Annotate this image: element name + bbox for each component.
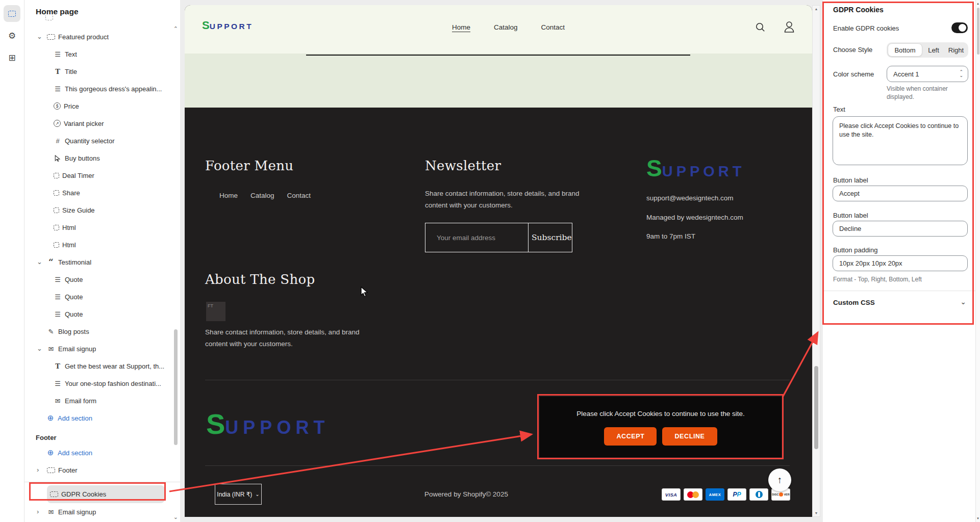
style-option-bottom[interactable]: Bottom: [888, 43, 922, 57]
decline-label-input[interactable]: [833, 221, 968, 237]
custom-css-label: Custom CSS: [833, 299, 875, 306]
footer-link-catalog: Catalog: [250, 192, 274, 199]
tree-item-label: Email signup: [58, 508, 96, 516]
store-band: [185, 54, 812, 108]
sidebar-scroll-up-icon[interactable]: ⌃: [173, 25, 178, 32]
tree-item-label: Text: [65, 50, 77, 58]
accept-label-input[interactable]: [833, 186, 968, 201]
store-header: SUPPORT HomeCatalogContact: [185, 5, 812, 54]
paypal-payment-icon: PP: [727, 488, 746, 501]
chevron-down-icon[interactable]: ⌄: [37, 259, 47, 265]
padding-format-help: Format - Top, Right, Bottom, Left: [833, 275, 922, 283]
button-padding-input[interactable]: [833, 255, 968, 271]
tree-item-quote[interactable]: ☰Quote: [24, 288, 175, 305]
sidebar-scrollbar-thumb[interactable]: [174, 329, 178, 445]
tree-item-gdpr-cookies[interactable]: GDPR Cookies: [47, 485, 165, 503]
account-icon[interactable]: [783, 20, 795, 34]
color-scheme-select[interactable]: Accent 1 ⌃⌄: [887, 66, 968, 82]
tree-item-deal-timer[interactable]: Deal Timer: [24, 167, 175, 184]
scroll-up-arrow-icon[interactable]: ▲: [976, 2, 980, 5]
chevron-down-icon[interactable]: ⌄: [37, 34, 47, 39]
title-icon: T: [54, 68, 62, 75]
footer-menu-heading: Footer Menu: [205, 158, 293, 173]
footer-divider: [205, 380, 790, 380]
tree-item-email-form[interactable]: ✉Email form: [24, 392, 175, 409]
sidebar-scroll-down-icon[interactable]: ⌄: [173, 514, 178, 520]
tree-item-label: Add section: [58, 414, 92, 422]
tree-item-label: Html: [62, 224, 76, 231]
chevron-right-icon[interactable]: ›: [37, 509, 47, 514]
diners-payment-icon: [749, 488, 768, 501]
tree-item-blog-posts[interactable]: ✎Blog posts: [24, 323, 175, 340]
tree-item-quote[interactable]: ☰Quote: [24, 271, 175, 288]
chevron-down-icon[interactable]: ⌄: [960, 298, 966, 306]
nav-link-contact[interactable]: Contact: [541, 23, 565, 31]
apps-icon: ⊞: [8, 54, 15, 62]
section-icon: [47, 34, 55, 40]
tree-item-email-signup[interactable]: ⌄✉Email signup: [24, 340, 175, 357]
tree-item-size-guide[interactable]: Size Guide: [24, 201, 175, 219]
scroll-to-top-button[interactable]: ↑: [768, 468, 791, 491]
page-scrollbar-thumb[interactable]: [977, 8, 979, 55]
tree-item-html[interactable]: Html: [24, 219, 175, 236]
tree-item-email-signup[interactable]: ›✉Email signup: [24, 503, 180, 520]
visa-payment-icon: VISA: [662, 488, 681, 501]
page-scrollbar[interactable]: ▲ ▼: [975, 0, 980, 522]
rail-apps-button[interactable]: ⊞: [4, 49, 20, 66]
color-scheme-label: Color scheme: [833, 70, 874, 78]
style-option-right[interactable]: Right: [945, 43, 967, 57]
stepper-icon: ⌃⌄: [959, 70, 963, 77]
style-option-left[interactable]: Left: [922, 43, 945, 57]
tree-item-variant-picker[interactable]: ↗Variant picker: [24, 115, 175, 132]
tree-item-price[interactable]: $Price: [24, 97, 175, 115]
tree-item-featured-product[interactable]: ⌄Featured product: [24, 28, 175, 45]
preview-scrollbar-thumb[interactable]: [814, 366, 818, 449]
nav-link-home[interactable]: Home: [452, 23, 470, 31]
tree-item-html[interactable]: Html: [24, 236, 175, 253]
email-input[interactable]: [425, 223, 528, 252]
rail-sections-button[interactable]: [4, 5, 20, 22]
scroll-down-arrow-icon[interactable]: ▼: [976, 517, 980, 520]
add-icon: ⊕: [46, 413, 55, 423]
add-section-button[interactable]: ⊕Add section: [24, 444, 180, 461]
tree-item-title[interactable]: TTitle: [24, 63, 175, 80]
sidebar-divider: [24, 482, 180, 482]
enable-gdpr-toggle[interactable]: [951, 22, 968, 33]
text-icon: ☰: [54, 85, 62, 93]
tree-item-your-one-stop-fashion-destinati[interactable]: ☰Your one-stop fashion destinati...: [24, 375, 175, 392]
tree-item-share[interactable]: Share: [24, 184, 175, 201]
tree-item-this-gorgeous-dress-s-appealin[interactable]: ☰This gorgeous dress's appealin...: [24, 80, 175, 97]
tree-item-buy-buttons[interactable]: Buy buttons: [24, 149, 175, 167]
country-selector[interactable]: India (INR ₹)⌄: [215, 484, 262, 505]
tree-item-footer[interactable]: ›Footer: [24, 461, 180, 479]
tree-item-quantity-selector[interactable]: #Quantity selector: [24, 132, 175, 149]
nav-link-catalog[interactable]: Catalog: [494, 23, 518, 31]
app-block-icon: [54, 242, 59, 248]
sections-sidebar: Home page ⌄Featured product☰TextTTitle☰T…: [24, 0, 180, 522]
banner-text-input[interactable]: Please click Accept Cookies to continue …: [833, 116, 968, 165]
tree-item-get-the-best-wear-at-support-th[interactable]: TGet the best wear at Support, th...: [24, 357, 175, 375]
tree-item-quote[interactable]: ☰Quote: [24, 305, 175, 323]
tree-item-label: Footer: [58, 466, 78, 474]
gear-icon: ⚙: [8, 32, 16, 40]
add-section-button[interactable]: ⊕Add section: [24, 409, 175, 427]
accept-cookies-button[interactable]: ACCEPT: [604, 427, 657, 446]
rail-theme-settings-button[interactable]: ⚙: [4, 28, 20, 44]
subscribe-button[interactable]: Subscribe: [528, 223, 573, 252]
scroll-up-arrow-icon[interactable]: ▲: [813, 7, 820, 11]
decline-cookies-button[interactable]: DECLINE: [662, 427, 717, 446]
tree-item-label: Share: [62, 189, 80, 197]
tree-item-testimonial[interactable]: ⌄“Testimonial: [24, 253, 175, 271]
blog-icon: ✎: [47, 328, 55, 335]
search-icon[interactable]: [755, 22, 766, 33]
gdpr-cookie-banner: Please click Accept Cookies to continue …: [540, 397, 782, 457]
chevron-down-icon: ⌄: [255, 491, 259, 497]
preview-scrollbar[interactable]: ▲ ▼: [812, 5, 820, 517]
store-logo[interactable]: SUPPORT: [202, 19, 253, 32]
chevron-down-icon[interactable]: ⌄: [37, 346, 47, 351]
scroll-down-arrow-icon[interactable]: ▼: [813, 511, 820, 515]
title-icon: T: [54, 362, 62, 370]
chevron-right-icon[interactable]: ›: [37, 467, 47, 473]
tree-item-text[interactable]: ☰Text: [24, 45, 175, 63]
storefront-preview: SUPPORT HomeCatalogContact Footer Menu H…: [185, 5, 812, 517]
